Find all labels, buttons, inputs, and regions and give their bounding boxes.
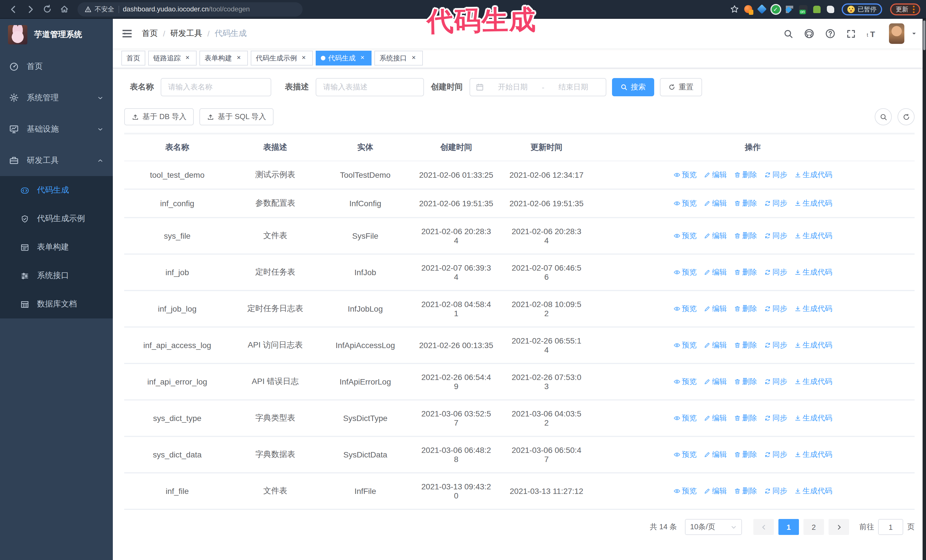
sidebar-item-system[interactable]: 系统管理 xyxy=(0,82,113,113)
close-icon[interactable]: × xyxy=(410,54,418,62)
tag-代码生成示例[interactable]: 代码生成示例× xyxy=(251,51,313,65)
action-edit-link[interactable]: 编辑 xyxy=(704,450,727,460)
goto-page-input[interactable]: 1 xyxy=(878,519,903,535)
action-preview-link[interactable]: 预览 xyxy=(673,267,697,278)
action-preview-link[interactable]: 预览 xyxy=(673,450,697,460)
font-size-icon[interactable]: tT xyxy=(867,29,878,38)
address-bar[interactable]: 不安全 dashboard.yudao.iocoder.cn/tool/code… xyxy=(77,2,303,16)
browser-reload-icon[interactable] xyxy=(40,2,55,17)
action-sync-link[interactable]: 同步 xyxy=(764,231,787,241)
android-extension-icon[interactable] xyxy=(812,5,821,14)
action-preview-link[interactable]: 预览 xyxy=(673,170,697,180)
close-icon[interactable]: × xyxy=(300,54,308,62)
security-label[interactable]: 不安全 xyxy=(95,5,114,14)
action-sync-link[interactable]: 同步 xyxy=(764,267,787,278)
action-delete-link[interactable]: 删除 xyxy=(734,413,757,423)
search-button[interactable]: 搜索 xyxy=(612,78,654,96)
action-generate-code-link[interactable]: 生成代码 xyxy=(794,267,832,278)
avatar[interactable] xyxy=(889,23,904,44)
action-sync-link[interactable]: 同步 xyxy=(764,198,787,208)
paused-badge[interactable]: 已暂停 xyxy=(842,3,882,15)
action-edit-link[interactable]: 编辑 xyxy=(704,340,727,350)
action-edit-link[interactable]: 编辑 xyxy=(704,267,727,278)
toggle-search-button[interactable] xyxy=(875,108,892,125)
orange-extension-icon[interactable] xyxy=(744,5,753,14)
action-edit-link[interactable]: 编辑 xyxy=(704,303,727,314)
sidebar-subitem-codegen[interactable]: 代码生成 xyxy=(0,176,113,205)
sidebar-logo[interactable]: 芋道管理系统 xyxy=(0,19,113,51)
action-delete-link[interactable]: 删除 xyxy=(734,486,757,496)
action-edit-link[interactable]: 编辑 xyxy=(704,486,727,496)
url-text[interactable]: dashboard.yudao.iocoder.cn/tool/codegen xyxy=(123,5,250,13)
github-icon[interactable] xyxy=(804,29,814,39)
close-icon[interactable]: × xyxy=(359,54,366,62)
action-edit-link[interactable]: 编辑 xyxy=(704,413,727,423)
close-icon[interactable]: × xyxy=(235,54,243,62)
tag-链路追踪[interactable]: 链路追踪× xyxy=(148,51,197,65)
action-generate-code-link[interactable]: 生成代码 xyxy=(794,303,832,314)
action-generate-code-link[interactable]: 生成代码 xyxy=(794,198,832,208)
action-preview-link[interactable]: 预览 xyxy=(673,340,697,350)
check-extension-icon[interactable]: ✓ xyxy=(771,5,780,14)
action-generate-code-link[interactable]: 生成代码 xyxy=(794,170,832,180)
refresh-table-button[interactable] xyxy=(897,108,915,125)
breadcrumb-home[interactable]: 首页 xyxy=(142,29,158,39)
action-edit-link[interactable]: 编辑 xyxy=(704,231,727,241)
date-range-input[interactable]: 开始日期 - 结束日期 xyxy=(469,78,606,96)
prev-page-button[interactable] xyxy=(754,519,774,535)
tag-系统接口[interactable]: 系统接口× xyxy=(374,51,423,65)
action-generate-code-link[interactable]: 生成代码 xyxy=(794,413,832,423)
action-sync-link[interactable]: 同步 xyxy=(764,413,787,423)
action-delete-link[interactable]: 删除 xyxy=(734,377,757,387)
puzzle-extension-icon[interactable] xyxy=(826,5,835,14)
sidebar-item-infra[interactable]: 基础设施 xyxy=(0,113,113,145)
action-sync-link[interactable]: 同步 xyxy=(764,450,787,460)
action-generate-code-link[interactable]: 生成代码 xyxy=(794,377,832,387)
browser-forward-icon[interactable] xyxy=(23,2,38,17)
action-generate-code-link[interactable]: 生成代码 xyxy=(794,231,832,241)
sidebar-item-home[interactable]: 首页 xyxy=(0,51,113,82)
sidebar-subitem-db-doc[interactable]: 数据库文档 xyxy=(0,290,113,318)
action-edit-link[interactable]: 编辑 xyxy=(704,377,727,387)
header-search-icon[interactable] xyxy=(784,29,793,38)
action-sync-link[interactable]: 同步 xyxy=(764,170,787,180)
fullscreen-icon[interactable] xyxy=(846,29,856,38)
on-extension-icon[interactable] xyxy=(798,5,808,14)
action-preview-link[interactable]: 预览 xyxy=(673,413,697,423)
action-delete-link[interactable]: 删除 xyxy=(734,340,757,350)
action-generate-code-link[interactable]: 生成代码 xyxy=(794,450,832,460)
action-edit-link[interactable]: 编辑 xyxy=(704,198,727,208)
bookmark-star-icon[interactable] xyxy=(730,5,739,14)
tag-首页[interactable]: 首页 xyxy=(121,51,145,65)
page-size-select[interactable]: 10条/页 xyxy=(685,519,742,535)
table-desc-input[interactable]: 请输入表描述 xyxy=(316,78,424,96)
reset-button[interactable]: 重置 xyxy=(660,78,702,96)
action-generate-code-link[interactable]: 生成代码 xyxy=(794,340,832,350)
tag-表单构建[interactable]: 表单构建× xyxy=(200,51,248,65)
action-delete-link[interactable]: 删除 xyxy=(734,231,757,241)
action-sync-link[interactable]: 同步 xyxy=(764,340,787,350)
sidebar-subitem-system-api[interactable]: 系统接口 xyxy=(0,261,113,290)
next-page-button[interactable] xyxy=(829,519,849,535)
tag-代码生成[interactable]: 代码生成× xyxy=(316,51,372,65)
action-delete-link[interactable]: 删除 xyxy=(734,267,757,278)
action-sync-link[interactable]: 同步 xyxy=(764,377,787,387)
sidebar-item-devtools[interactable]: 研发工具 xyxy=(0,145,113,176)
page-button-1[interactable]: 1 xyxy=(778,519,799,535)
action-preview-link[interactable]: 预览 xyxy=(673,198,697,208)
help-icon[interactable] xyxy=(825,29,835,39)
action-delete-link[interactable]: 删除 xyxy=(734,303,757,314)
sidebar-subitem-codegen-example[interactable]: 代码生成示例 xyxy=(0,205,113,233)
action-preview-link[interactable]: 预览 xyxy=(673,377,697,387)
action-preview-link[interactable]: 预览 xyxy=(673,303,697,314)
close-icon[interactable]: × xyxy=(183,54,191,62)
action-sync-link[interactable]: 同步 xyxy=(764,486,787,496)
grid-extension-icon[interactable] xyxy=(785,5,794,14)
action-delete-link[interactable]: 删除 xyxy=(734,450,757,460)
action-edit-link[interactable]: 编辑 xyxy=(704,170,727,180)
import-db-button[interactable]: 基于 DB 导入 xyxy=(124,108,194,125)
security-warning-icon[interactable] xyxy=(84,5,92,13)
scrollbar-thumb[interactable] xyxy=(923,21,925,50)
hamburger-icon[interactable] xyxy=(121,28,133,39)
gem-extension-icon[interactable] xyxy=(757,5,766,14)
